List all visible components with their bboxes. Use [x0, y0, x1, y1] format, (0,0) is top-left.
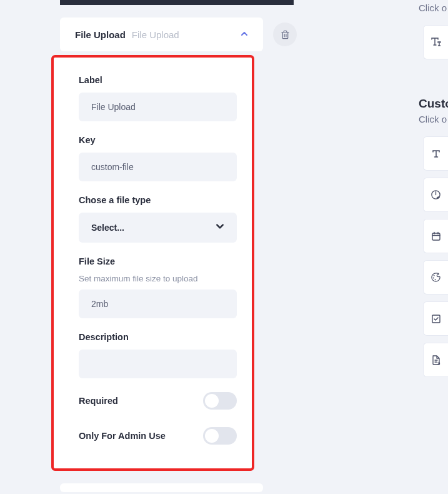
svg-point-4: [435, 279, 436, 280]
description-label: Description: [79, 332, 237, 342]
toggle-knob: [205, 394, 219, 408]
delete-button[interactable]: [273, 23, 297, 46]
next-card-peek: [60, 483, 263, 492]
checkbox-icon: [431, 314, 441, 324]
key-field-label: Key: [79, 135, 237, 145]
required-label: Required: [79, 396, 118, 406]
filetype-selected: Select...: [91, 223, 124, 233]
calendar-button[interactable]: [423, 219, 448, 253]
chevron-down-icon: [216, 222, 224, 233]
chevron-up-icon[interactable]: [241, 29, 248, 40]
right-hint-2: Click o: [419, 114, 447, 124]
text-tool-button[interactable]: [423, 25, 448, 59]
document-arrow-icon: [431, 355, 441, 366]
checkbox-button[interactable]: [423, 301, 448, 336]
type-icon: [432, 149, 441, 158]
text-tool-icon: [431, 37, 442, 48]
svg-point-2: [434, 275, 435, 276]
filesize-hint: Set maximum file size to upload: [79, 274, 237, 283]
description-input[interactable]: [79, 350, 237, 378]
filesize-input[interactable]: [79, 290, 237, 318]
custom-heading: Custo: [419, 97, 448, 111]
card-title: File Upload: [75, 29, 126, 40]
palette-icon: [431, 272, 441, 283]
dark-top-bar: [60, 0, 294, 5]
palette-button[interactable]: [423, 260, 448, 295]
key-input[interactable]: [79, 153, 237, 181]
card-header[interactable]: File Upload File Upload: [60, 18, 263, 51]
gauge-icon: [431, 189, 441, 200]
svg-rect-1: [432, 233, 440, 240]
right-hint-1: Click o: [419, 3, 447, 13]
admin-only-label: Only For Admin Use: [79, 431, 166, 441]
admin-only-toggle[interactable]: [203, 427, 237, 445]
filetype-select[interactable]: Select...: [79, 213, 237, 243]
filesize-label: File Size: [79, 256, 237, 266]
type-button[interactable]: [423, 136, 448, 171]
label-input[interactable]: [79, 93, 237, 121]
filetype-label: Chose a file type: [79, 195, 237, 205]
document-button[interactable]: [423, 343, 448, 377]
label-field-label: Label: [79, 75, 237, 85]
toggle-knob: [205, 429, 219, 443]
required-toggle[interactable]: [203, 392, 237, 410]
svg-point-3: [433, 278, 434, 279]
settings-panel: Label Key Chose a file type Select... Fi…: [51, 55, 254, 471]
gauge-button[interactable]: [423, 178, 448, 212]
calendar-icon: [431, 231, 441, 241]
trash-icon: [281, 30, 290, 39]
card-subtitle: File Upload: [132, 29, 179, 40]
